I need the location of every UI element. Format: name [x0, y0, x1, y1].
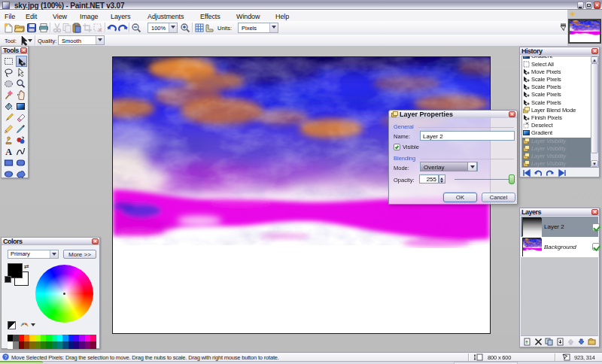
svg-text:?: ?: [5, 354, 8, 359]
svg-text:A: A: [5, 147, 12, 156]
